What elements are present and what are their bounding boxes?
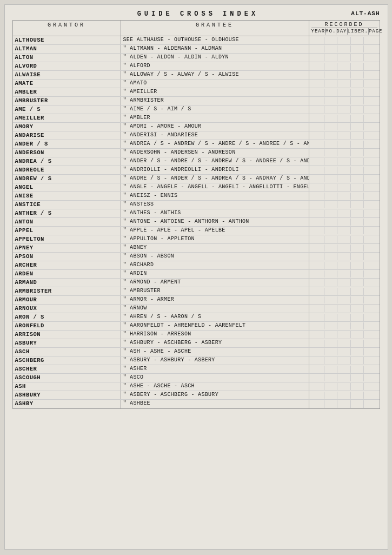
grantee-cell: " AMATO	[121, 80, 309, 88]
page-header-col: PAGE	[369, 28, 383, 35]
grantee-cell: " ALLOWAY / S - ALWAY / S - ALWISE	[121, 71, 309, 79]
grantor-cell: AME / S	[13, 105, 121, 114]
grantee-cell: " ARMOR - ARMER	[121, 296, 309, 304]
grantee-cell: " ABSON - ABSON	[121, 253, 309, 261]
recorded-cell	[309, 313, 380, 321]
grantor-cell: ALVORD	[13, 62, 121, 70]
grantor-cell: ASHBURY	[13, 391, 121, 399]
table-row: ALVORD" ALFORD	[13, 62, 380, 71]
grantor-cell: ARCHER	[13, 261, 121, 269]
table-row: ALWAISE" ALLOWAY / S - ALWAY / S - ALWIS…	[13, 71, 380, 80]
table-row: ANGEL" ANGLE - ANGELE - ANGELL - ANGELI …	[13, 183, 380, 192]
grantor-cell: ALTMAN	[13, 45, 121, 53]
grantee-cell: " APPULTON - APPLETON	[121, 235, 309, 243]
table-row: AMBLER" AMEILLER	[13, 88, 380, 97]
recorded-cell	[309, 45, 380, 53]
grantee-header: GRANTEE	[121, 21, 309, 36]
table-row: ANDREW / S" ANDRE / S - ANDER / S - ANDR…	[13, 175, 380, 183]
grantor-cell: ARNOUX	[13, 305, 121, 313]
table-row: ANDERSON" ANDERSOHN - ANDERSEN - ANDRESO…	[13, 149, 380, 157]
recorded-header: RECORDED YEAR MO. DAY LIBER. PAGE	[309, 21, 380, 36]
recorded-cell	[309, 218, 380, 226]
page-ref: ALT-ASH	[351, 10, 380, 17]
recorded-cell	[309, 244, 380, 252]
grantor-header: GRANTOR	[13, 21, 121, 36]
recorded-cell	[309, 374, 380, 382]
grantee-cell: SEE ALTHAUSE - OUTHOUSE - OLDHOUSE	[121, 36, 309, 44]
grantee-cell: " AIME / S - AIM / S	[121, 105, 309, 114]
grantor-cell: ASHBY	[13, 400, 121, 408]
recorded-cell	[309, 166, 380, 174]
grantor-cell: AMBRUSTER	[13, 97, 121, 105]
grantor-cell: ARDEN	[13, 270, 121, 278]
recorded-cell	[309, 287, 380, 295]
grantor-cell: APNEY	[13, 244, 121, 252]
table-row: ASHBURY" ASBERY - ASCHBERG - ASBURY	[13, 391, 380, 400]
recorded-cell	[309, 261, 380, 269]
grantee-cell: " ANTONE - ANTOINE - ANTHORN - ANTHON	[121, 218, 309, 226]
grantee-cell: " ANTHES - ANTHIS	[121, 209, 309, 217]
recorded-cell	[309, 331, 380, 339]
table-row: ASCOUGH" ASCO	[13, 374, 380, 382]
grantee-cell: " ARMOND - ARMENT	[121, 279, 309, 287]
recorded-cell	[309, 356, 380, 365]
grantor-cell: AMATE	[13, 80, 121, 88]
recorded-cell	[309, 382, 380, 391]
recorded-cell	[309, 149, 380, 157]
recorded-cell	[309, 209, 380, 217]
table-row: ANTHER / S" ANTHES - ANTHIS	[13, 209, 380, 218]
grantee-cell: " ABNEY	[121, 244, 309, 252]
grantee-cell: " AHREN / S - AARON / S	[121, 313, 309, 321]
grantee-cell: " ASHER	[121, 365, 309, 373]
grantor-cell: ANTON	[13, 218, 121, 226]
grantee-cell: " AMBLER	[121, 114, 309, 122]
recorded-cell	[309, 157, 380, 166]
grantee-cell: " HARRISON - ARRESON	[121, 331, 309, 339]
recorded-sub-headers: YEAR MO. DAY LIBER. PAGE	[311, 28, 377, 35]
grantee-cell: " ARMBRISTER	[121, 97, 309, 105]
table-row: ANDARISE" ANDERISI - ANDARIESE	[13, 131, 380, 140]
table-row: ARMBRISTER" AMBRUSTER	[13, 287, 380, 296]
recorded-cell	[309, 140, 380, 148]
recorded-cell	[309, 365, 380, 373]
page: GUIDE CROSS INDEX ALT-ASH GRANTOR GRANTE…	[4, 4, 388, 550]
grantor-cell: ALTON	[13, 54, 121, 62]
recorded-cell	[309, 71, 380, 79]
data-rows: ALTHOUSESEE ALTHAUSE - OUTHOUSE - OLDHOU…	[13, 36, 380, 408]
grantee-cell: " ASHBURY - ASCHBERG - ASBERY	[121, 339, 309, 347]
grantor-cell: APPELTON	[13, 235, 121, 243]
recorded-cell	[309, 305, 380, 313]
recorded-cell	[309, 201, 380, 209]
grantee-cell: " ANDERSOHN - ANDERSEN - ANDRESON	[121, 149, 309, 157]
mo-header: MO.	[325, 28, 336, 35]
table-row: APPEL" APPLE - APLE - APEL - APELBE	[13, 227, 380, 235]
recorded-cell	[309, 235, 380, 243]
table-row: ANSTICE" ANSTESS	[13, 201, 380, 209]
grantor-cell: ASCHBERG	[13, 356, 121, 365]
grantee-cell: " AMEILLER	[121, 88, 309, 96]
table-row: AME / S" AIME / S - AIM / S	[13, 105, 380, 114]
grantee-cell: " ANGLE - ANGELE - ANGELL - ANGELI - ANG…	[121, 183, 309, 191]
recorded-cell	[309, 400, 380, 408]
grantee-cell: " ARCHARD	[121, 261, 309, 269]
table-row: ANISE" ANEISZ - ENNIS	[13, 192, 380, 201]
table-row: ANDER / S" ANDREA / S - ANDREW / S - AND…	[13, 140, 380, 149]
table-row: ASCH" ASH - ASHE - ASCHE	[13, 348, 380, 356]
grantee-cell: " ANDERISI - ANDARIESE	[121, 131, 309, 140]
table-row: ARONFELD" AARONFELDT - AHRENFELD - AAREN…	[13, 322, 380, 331]
recorded-cell	[309, 391, 380, 399]
grantor-cell: ANISE	[13, 192, 121, 200]
recorded-cell	[309, 36, 380, 44]
grantor-cell: ASCH	[13, 348, 121, 356]
recorded-cell	[309, 192, 380, 200]
grantee-cell: " ALDEN - ALDON - ALDIN - ALDYN	[121, 54, 309, 62]
table-row: ASHBY" ASHBEE	[13, 400, 380, 408]
grantee-cell: " ARDIN	[121, 270, 309, 278]
table-row: ALTHOUSESEE ALTHAUSE - OUTHOUSE - OLDHOU…	[13, 36, 380, 45]
recorded-cell	[309, 270, 380, 278]
recorded-cell	[309, 54, 380, 62]
grantor-cell: ANDREW / S	[13, 175, 121, 183]
table-row: AMBRUSTER" ARMBRISTER	[13, 97, 380, 105]
table-row: AMATE" AMATO	[13, 80, 380, 88]
recorded-cell	[309, 253, 380, 261]
